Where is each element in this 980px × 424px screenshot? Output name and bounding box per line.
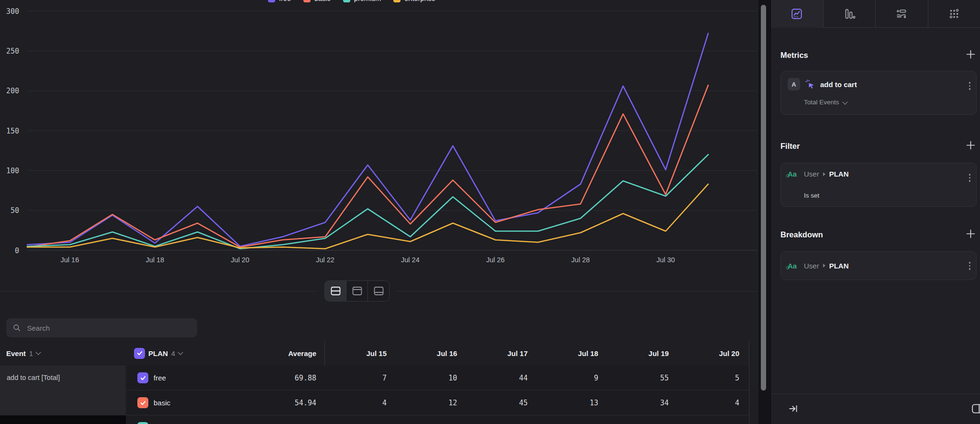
- line-chart: 050100150200250300Jul 16Jul 18Jul 20Jul …: [0, 0, 758, 268]
- value-cell: 4: [320, 391, 387, 415]
- event-count: 1: [29, 349, 33, 357]
- filter-options-button[interactable]: [969, 174, 971, 182]
- tab-bar-chart[interactable]: [823, 0, 876, 28]
- line-chart-icon: [791, 8, 803, 20]
- add-metric-button[interactable]: [966, 50, 975, 61]
- breakdown-card[interactable]: Aa User PLAN: [780, 251, 977, 280]
- value-cell: 13: [531, 391, 598, 415]
- side-panel-icon: [971, 402, 980, 415]
- table-only-view-button[interactable]: [368, 281, 389, 301]
- value-cell: 4: [672, 391, 739, 415]
- metric-measure-dropdown[interactable]: Total Events: [804, 99, 847, 106]
- breakdown-property: PLAN: [829, 262, 849, 270]
- event-header-label: Event: [6, 349, 26, 357]
- breakdown-section-title: Breakdown: [780, 230, 823, 239]
- legend-color-chip: [393, 0, 401, 2]
- date-column-header: Jul 17: [461, 341, 528, 366]
- legend-label: basic: [314, 0, 331, 2]
- value-cell: 5: [320, 415, 387, 424]
- search-input[interactable]: [26, 324, 190, 333]
- string-property-icon: Aa: [788, 262, 799, 270]
- date-column-header: Jul 16: [390, 341, 457, 366]
- plan-header-label: PLAN: [148, 349, 168, 357]
- metric-card[interactable]: A add to cart Total Events: [780, 71, 977, 115]
- add-filter-button[interactable]: [966, 141, 975, 152]
- average-cell: 33.00: [249, 415, 316, 424]
- row-checkbox[interactable]: [137, 397, 148, 408]
- metric-letter-badge: A: [788, 78, 800, 90]
- x-axis-label: Jul 18: [145, 256, 164, 264]
- y-axis-label: 0: [15, 246, 19, 255]
- table-row-free: free69.88710449555: [126, 366, 749, 391]
- top-pane-icon: [352, 286, 363, 296]
- legend-label: free: [279, 0, 291, 2]
- filter-property: PLAN: [829, 170, 849, 178]
- average-column-header: Average: [249, 341, 316, 366]
- table-row-basic: basic54.944124513344: [126, 391, 749, 415]
- event-column-header[interactable]: Event 1: [6, 341, 40, 366]
- value-cell: 5: [672, 366, 739, 390]
- legend-label: enterprise: [404, 0, 435, 2]
- filter-card[interactable]: Aa User PLAN Is set: [780, 163, 977, 207]
- legend-color-chip: [303, 0, 311, 2]
- legend-item[interactable]: premium: [343, 0, 381, 2]
- date-column-header: Jul 20: [672, 341, 739, 366]
- tab-line-chart[interactable]: [771, 0, 823, 28]
- x-axis-label: Jul 20: [231, 256, 249, 264]
- split-view-button[interactable]: [325, 281, 346, 301]
- x-axis-label: Jul 28: [571, 256, 590, 264]
- table-header-row: Event 1 PLAN 4 Average Jul 15Jul 16Jul 1…: [0, 341, 749, 366]
- value-cell: 55: [602, 366, 669, 390]
- analytics-app: freebasicpremiumenterprise 0501001502002…: [0, 0, 980, 424]
- plus-icon: [966, 229, 975, 238]
- date-column-header: Jul 19: [602, 341, 669, 366]
- event-click-icon: [805, 79, 815, 89]
- plus-icon: [966, 50, 975, 59]
- table-search: [6, 318, 197, 337]
- x-axis-label: Jul 30: [657, 256, 675, 264]
- series-line-basic[interactable]: [27, 85, 708, 247]
- event-total-cell: add to cart [Total]: [0, 366, 126, 415]
- plan-select-all-checkbox[interactable]: [134, 348, 145, 359]
- legend-item[interactable]: enterprise: [393, 0, 435, 2]
- average-cell: 54.94: [249, 391, 316, 415]
- y-axis-label: 200: [6, 87, 19, 95]
- x-axis-label: Jul 22: [316, 256, 334, 264]
- collapse-sidebar-button[interactable]: [788, 403, 799, 416]
- sidebar-tabbar: [771, 0, 980, 28]
- panel-layout-button[interactable]: [971, 402, 980, 417]
- metric-measure-label: Total Events: [804, 99, 839, 106]
- split-view-icon: [330, 286, 341, 296]
- collapse-right-icon: [788, 403, 799, 414]
- layout-toggle: [318, 280, 396, 301]
- metric-event-name: add to cart: [820, 80, 857, 89]
- row-label: premium: [154, 415, 181, 424]
- scrollbar-thumb[interactable]: [761, 5, 766, 391]
- plan-column-header[interactable]: PLAN 4: [134, 341, 182, 366]
- row-checkbox[interactable]: [137, 422, 148, 424]
- stream-chart-icon: [895, 8, 908, 20]
- legend-label: premium: [354, 0, 381, 2]
- chevron-down-icon: [842, 99, 847, 104]
- value-cell: 7: [320, 366, 387, 390]
- x-axis-label: Jul 16: [61, 256, 79, 264]
- legend-item[interactable]: free: [268, 0, 291, 2]
- chart-only-view-button[interactable]: [346, 281, 368, 301]
- legend-item[interactable]: basic: [303, 0, 331, 2]
- row-checkbox[interactable]: [137, 372, 148, 383]
- add-breakdown-button[interactable]: [966, 229, 975, 240]
- breakdown-options-button[interactable]: [969, 262, 971, 270]
- series-line-free[interactable]: [27, 33, 708, 246]
- tab-stream-chart[interactable]: [875, 0, 928, 28]
- metric-options-button[interactable]: [969, 82, 971, 90]
- value-cell: 23: [602, 415, 669, 424]
- breadcrumb-arrow-icon: [823, 172, 825, 176]
- scrollbar-track: [758, 0, 770, 424]
- series-line-enterprise[interactable]: [27, 184, 708, 249]
- plus-icon: [966, 141, 975, 150]
- tab-more-chart-types[interactable]: [928, 0, 980, 28]
- table-row-premium: premium33.0057235232: [126, 415, 749, 424]
- row-label: free: [154, 366, 166, 390]
- y-axis-label: 300: [6, 7, 19, 16]
- legend-color-chip: [268, 0, 275, 2]
